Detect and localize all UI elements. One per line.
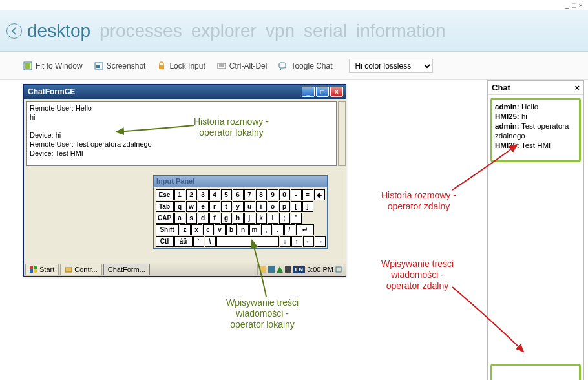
key-c[interactable]: c bbox=[203, 224, 214, 235]
svg-rect-15 bbox=[268, 266, 275, 273]
fit-to-window-button[interactable]: Fit to Window bbox=[23, 61, 83, 70]
key-→[interactable]: → bbox=[315, 236, 326, 247]
key-=[interactable]: = bbox=[302, 189, 313, 200]
key-e[interactable]: e bbox=[198, 201, 209, 212]
taskbar-item-1[interactable]: Contr... bbox=[60, 264, 101, 275]
taskbar-item-2[interactable]: ChatForm... bbox=[103, 264, 150, 275]
key-Shift[interactable]: Shift bbox=[156, 224, 179, 235]
keyboard: Esc1234567890-=◆ Tabqwertyuiop[] CAPasdf… bbox=[154, 187, 327, 248]
screenshot-button[interactable]: Screenshot bbox=[94, 61, 146, 70]
key-b[interactable]: b bbox=[226, 224, 237, 235]
key-◆[interactable]: ◆ bbox=[314, 189, 325, 200]
chat-input[interactable] bbox=[490, 364, 581, 380]
key-4[interactable]: 4 bbox=[209, 189, 220, 200]
key-;[interactable]: ; bbox=[279, 213, 290, 224]
key-o[interactable]: o bbox=[268, 201, 278, 212]
key-y[interactable]: y bbox=[233, 201, 244, 212]
key-5[interactable]: 5 bbox=[221, 189, 232, 200]
key-3[interactable]: 3 bbox=[198, 189, 209, 200]
key-m[interactable]: m bbox=[249, 224, 260, 235]
key-1[interactable]: 1 bbox=[174, 189, 185, 200]
key-d[interactable]: d bbox=[198, 213, 209, 224]
remote-maximize-icon[interactable]: □ bbox=[316, 87, 329, 97]
key-↓[interactable]: ↓ bbox=[280, 236, 291, 247]
key-2[interactable]: 2 bbox=[186, 189, 197, 200]
key-↑[interactable]: ↑ bbox=[291, 236, 302, 247]
minimize-icon[interactable]: _ bbox=[565, 1, 569, 9]
lock-input-button[interactable]: Lock Input bbox=[157, 61, 205, 70]
key-f[interactable]: f bbox=[209, 213, 220, 224]
tab-serial[interactable]: serial bbox=[304, 21, 347, 41]
tray-icon-1[interactable] bbox=[260, 266, 266, 273]
start-button[interactable]: Start bbox=[25, 264, 59, 275]
remote-close-icon[interactable]: × bbox=[330, 87, 343, 97]
key-u[interactable]: u bbox=[244, 201, 255, 212]
remote-titlebar: ChatFormCE _ □ × bbox=[24, 85, 346, 99]
tray-icon-3[interactable] bbox=[277, 266, 283, 273]
key-0[interactable]: 0 bbox=[279, 189, 290, 200]
maximize-icon[interactable]: □ bbox=[572, 1, 576, 9]
key-Ctl[interactable]: Ctl bbox=[156, 236, 174, 247]
key-,[interactable]: , bbox=[261, 224, 272, 235]
chat-close-icon[interactable]: × bbox=[574, 83, 580, 92]
key-/[interactable]: / bbox=[284, 224, 295, 235]
key-z[interactable]: z bbox=[180, 224, 191, 235]
key-6[interactable]: 6 bbox=[233, 189, 244, 200]
remote-title: ChatFormCE bbox=[26, 87, 300, 96]
key-↵[interactable]: ↵ bbox=[296, 224, 314, 235]
tab-information[interactable]: information bbox=[356, 21, 446, 41]
toggle-chat-button[interactable]: Toogle Chat bbox=[278, 61, 332, 70]
quality-select[interactable]: Hi color lossless bbox=[349, 59, 433, 73]
input-panel-title: Input Panel bbox=[154, 176, 327, 187]
key-áü[interactable]: áü bbox=[174, 236, 193, 247]
chat-message: HMI25: hi bbox=[495, 112, 576, 121]
key-q[interactable]: q bbox=[174, 201, 185, 212]
key-j[interactable]: j bbox=[244, 213, 255, 224]
remote-scrollbar[interactable] bbox=[338, 101, 346, 166]
key-`[interactable]: ` bbox=[193, 236, 204, 247]
tab-vpn[interactable]: vpn bbox=[266, 21, 295, 41]
remote-minimize-icon[interactable]: _ bbox=[302, 87, 315, 97]
key-s[interactable]: s bbox=[186, 213, 197, 224]
tray-icon-4[interactable] bbox=[285, 266, 291, 273]
chat-text: hi bbox=[521, 112, 527, 120]
tab-explorer[interactable]: explorer bbox=[191, 21, 257, 41]
key-k[interactable]: k bbox=[256, 213, 267, 224]
key-w[interactable]: w bbox=[186, 201, 197, 212]
key-'[interactable]: ' bbox=[291, 213, 302, 224]
key-a[interactable]: a bbox=[174, 213, 185, 224]
key-.[interactable]: . bbox=[273, 224, 284, 235]
key-space[interactable] bbox=[216, 236, 279, 247]
key-p[interactable]: p bbox=[279, 201, 290, 212]
key-9[interactable]: 9 bbox=[268, 189, 278, 200]
key-x[interactable]: x bbox=[191, 224, 202, 235]
key-v[interactable]: v bbox=[215, 224, 226, 235]
key--[interactable]: - bbox=[291, 189, 302, 200]
key-←[interactable]: ← bbox=[303, 236, 314, 247]
key-Tab[interactable]: Tab bbox=[156, 201, 174, 212]
close-icon[interactable]: × bbox=[579, 1, 583, 9]
chat-title: Chat bbox=[492, 83, 510, 92]
tray-icon-2[interactable] bbox=[268, 266, 275, 273]
language-indicator[interactable]: EN bbox=[293, 266, 306, 273]
key-n[interactable]: n bbox=[238, 224, 249, 235]
key-Esc[interactable]: Esc bbox=[156, 189, 174, 200]
key-CAP[interactable]: CAP bbox=[156, 213, 174, 224]
key-r[interactable]: r bbox=[209, 201, 220, 212]
key-\[interactable]: \ bbox=[205, 236, 216, 247]
ctrl-alt-del-button[interactable]: Ctrl-Alt-Del bbox=[217, 61, 268, 70]
key-h[interactable]: h bbox=[233, 213, 244, 224]
key-t[interactable]: t bbox=[221, 201, 232, 212]
tab-processes[interactable]: processes bbox=[100, 21, 182, 41]
tab-desktop[interactable]: desktop bbox=[27, 21, 90, 41]
key-i[interactable]: i bbox=[256, 201, 267, 212]
key-[[interactable]: [ bbox=[291, 201, 302, 212]
key-l[interactable]: l bbox=[268, 213, 278, 224]
key-7[interactable]: 7 bbox=[244, 189, 255, 200]
back-button[interactable] bbox=[6, 23, 22, 39]
key-8[interactable]: 8 bbox=[256, 189, 267, 200]
key-][interactable]: ] bbox=[302, 201, 313, 212]
remote-body: Remote User: Hello hi Device: hi Remote … bbox=[24, 99, 346, 262]
key-g[interactable]: g bbox=[221, 213, 232, 224]
show-desktop-icon[interactable] bbox=[335, 266, 342, 273]
